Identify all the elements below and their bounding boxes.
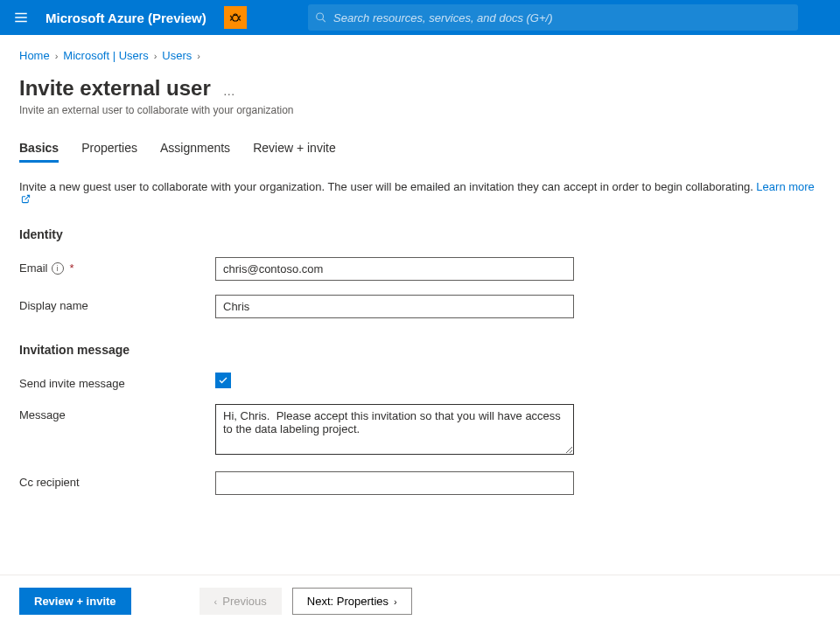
chevron-right-icon: › <box>55 51 59 61</box>
chevron-left-icon: ‹ <box>214 596 218 607</box>
search-box[interactable] <box>308 4 798 31</box>
invitation-heading: Invitation message <box>19 343 821 357</box>
message-label: Message <box>19 404 215 421</box>
previous-label: Previous <box>222 595 267 608</box>
email-input[interactable] <box>215 257 574 281</box>
svg-line-14 <box>322 19 325 22</box>
tab-assignments[interactable]: Assignments <box>160 136 230 163</box>
hamburger-menu-button[interactable] <box>0 0 42 35</box>
breadcrumb-microsoft-users[interactable]: Microsoft | Users <box>63 49 148 62</box>
svg-line-10 <box>239 19 241 20</box>
required-star: * <box>70 261 74 275</box>
svg-line-7 <box>230 16 232 17</box>
page-title: Invite external user <box>19 76 211 101</box>
identity-heading: Identity <box>19 227 821 241</box>
hamburger-icon <box>13 10 29 25</box>
intro-text: Invite a new guest user to collaborate w… <box>19 180 821 206</box>
intro-body: Invite a new guest user to collaborate w… <box>19 180 756 193</box>
svg-point-3 <box>232 15 238 21</box>
footer: Review + invite ‹ Previous Next: Propert… <box>0 575 840 627</box>
display-name-input[interactable] <box>215 295 574 318</box>
svg-line-15 <box>25 195 30 199</box>
report-bug-button[interactable] <box>224 6 247 29</box>
chevron-right-icon: › <box>394 596 397 607</box>
display-name-label: Display name <box>19 295 215 312</box>
info-icon[interactable]: i <box>52 262 64 275</box>
chevron-right-icon: › <box>197 51 200 61</box>
message-row: Message <box>19 404 821 457</box>
brand-label[interactable]: Microsoft Azure (Preview) <box>42 10 220 25</box>
email-row: Email i * <box>19 257 821 281</box>
chevron-right-icon: › <box>154 51 158 61</box>
tab-basics[interactable]: Basics <box>19 136 59 163</box>
next-label: Next: Properties <box>307 595 388 608</box>
external-link-icon <box>21 193 31 206</box>
svg-line-5 <box>234 14 234 15</box>
send-invite-label: Send invite message <box>19 373 215 390</box>
cc-label: Cc recipient <box>19 471 215 489</box>
tab-bar: Basics Properties Assignments Review + i… <box>19 136 821 163</box>
cc-input[interactable] <box>215 471 574 495</box>
send-invite-checkbox[interactable] <box>215 373 231 388</box>
tab-review-invite[interactable]: Review + invite <box>253 136 336 163</box>
check-icon <box>218 375 228 386</box>
bug-icon <box>228 10 242 24</box>
next-button[interactable]: Next: Properties › <box>292 588 412 615</box>
svg-line-9 <box>230 19 232 20</box>
main-content: Home › Microsoft | Users › Users › Invit… <box>0 35 840 495</box>
email-label: Email <box>19 261 48 275</box>
cc-row: Cc recipient <box>19 471 821 495</box>
email-label-wrap: Email i * <box>19 257 215 275</box>
svg-line-6 <box>236 14 237 15</box>
tab-properties[interactable]: Properties <box>81 136 137 163</box>
display-name-row: Display name <box>19 295 821 318</box>
search-icon <box>315 11 326 24</box>
svg-line-8 <box>239 16 241 17</box>
page-title-row: Invite external user … <box>19 76 821 101</box>
review-invite-button[interactable]: Review + invite <box>19 588 131 615</box>
search-container <box>308 4 798 31</box>
breadcrumb-users[interactable]: Users <box>162 49 192 62</box>
previous-button: ‹ Previous <box>200 588 282 615</box>
breadcrumb: Home › Microsoft | Users › Users › <box>19 49 821 62</box>
learn-more-link[interactable]: Learn more <box>756 180 814 193</box>
message-textarea[interactable] <box>215 404 574 455</box>
send-invite-row: Send invite message <box>19 373 821 390</box>
search-input[interactable] <box>333 11 791 24</box>
more-actions-button[interactable]: … <box>223 84 236 98</box>
page-subtitle: Invite an external user to collaborate w… <box>19 104 821 116</box>
svg-point-13 <box>316 13 323 20</box>
top-header: Microsoft Azure (Preview) <box>0 0 840 35</box>
breadcrumb-home[interactable]: Home <box>19 49 50 62</box>
